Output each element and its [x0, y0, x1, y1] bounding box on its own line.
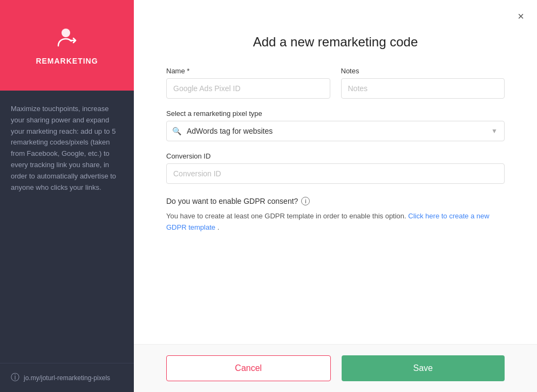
modal-body: Add a new remarketing code Name * Notes …: [134, 24, 537, 344]
pixel-type-label: Select a remarketing pixel type: [166, 109, 505, 118]
conversion-id-input[interactable]: [166, 163, 505, 184]
gdpr-desc-text: You have to create at least one GDPR tem…: [166, 212, 406, 220]
sidebar: REMARKETING Maximize touchpoints, increa…: [0, 0, 134, 392]
pixel-type-input[interactable]: [187, 121, 485, 141]
name-notes-row: Name * Notes: [166, 67, 505, 99]
modal-footer: Cancel Save: [134, 344, 537, 392]
gdpr-info-icon: i: [301, 197, 310, 205]
info-icon: ⓘ: [11, 372, 19, 383]
gdpr-title: Do you want to enable GDPR consent? i: [166, 197, 505, 205]
close-button[interactable]: ×: [515, 9, 526, 24]
sidebar-footer: ⓘ jo.my/joturl-remarketing-pixels: [0, 363, 134, 392]
name-label: Name *: [166, 67, 330, 75]
sidebar-footer-link: jo.my/joturl-remarketing-pixels: [24, 374, 110, 382]
sidebar-title: REMARKETING: [36, 57, 98, 65]
save-button[interactable]: Save: [342, 355, 505, 381]
conversion-id-label: Conversion ID: [166, 152, 505, 160]
cancel-button[interactable]: Cancel: [166, 355, 331, 381]
search-icon: 🔍: [167, 127, 187, 135]
svg-point-0: [62, 29, 70, 37]
notes-input[interactable]: [341, 78, 505, 99]
pixel-type-select[interactable]: 🔍 ▼: [166, 121, 505, 141]
sidebar-description: Maximize touchpoints, increase your shar…: [11, 104, 123, 193]
conversion-id-group: Conversion ID: [166, 152, 505, 184]
gdpr-label: Do you want to enable GDPR consent?: [166, 197, 298, 205]
pixel-type-group: Select a remarketing pixel type 🔍 ▼: [166, 109, 505, 141]
modal-header: ×: [134, 0, 537, 24]
name-input[interactable]: [166, 78, 330, 99]
chevron-down-icon: ▼: [485, 127, 504, 135]
gdpr-section: Do you want to enable GDPR consent? i Yo…: [166, 197, 505, 233]
remarketing-icon: [54, 25, 80, 51]
main-panel: × Add a new remarketing code Name * Note…: [134, 0, 537, 392]
notes-group: Notes: [341, 67, 505, 99]
gdpr-link-suffix: .: [215, 223, 219, 231]
sidebar-top: REMARKETING: [0, 0, 134, 91]
modal-title: Add a new remarketing code: [166, 35, 505, 50]
name-group: Name *: [166, 67, 330, 99]
notes-label: Notes: [341, 67, 505, 75]
sidebar-body: Maximize touchpoints, increase your shar…: [0, 91, 134, 363]
gdpr-description: You have to create at least one GDPR tem…: [166, 211, 505, 233]
